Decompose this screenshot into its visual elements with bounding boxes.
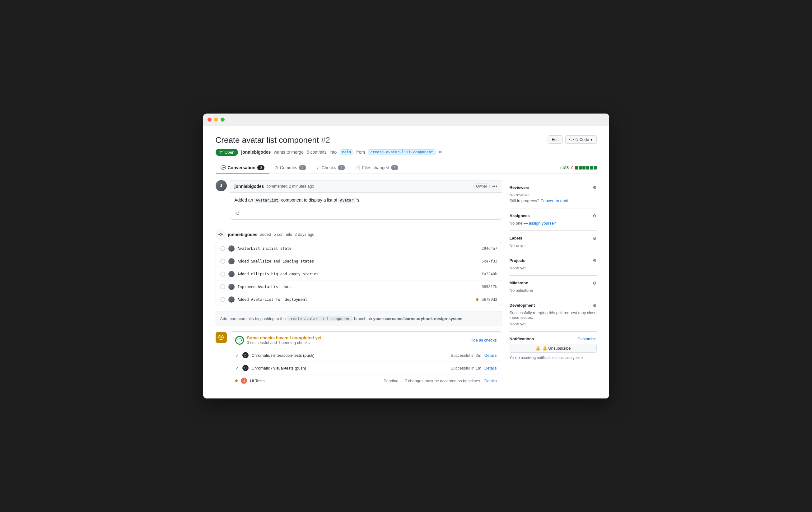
head-branch[interactable]: create-avatar-list-component xyxy=(368,149,435,155)
bell-icon: 🔔 xyxy=(535,346,541,351)
checks-count: 2 xyxy=(338,165,345,170)
commit-message: Added ellipsis big and empty stories xyxy=(238,272,478,276)
commit-item: AvatarList initial state 294d4a7 xyxy=(216,242,502,255)
commit-dot xyxy=(220,246,225,251)
checks-header-bar: Some checks haven't completed yet 3 succ… xyxy=(230,332,502,349)
tab-files-changed[interactable]: 📄 Files changed 4 xyxy=(350,162,403,174)
commit-hash[interactable]: 5c47f33 xyxy=(482,259,497,264)
checks-title: Some checks haven't completed yet xyxy=(247,335,322,340)
commit-avatar xyxy=(228,271,235,277)
minimize-button[interactable] xyxy=(214,118,218,122)
diff-bar-1 xyxy=(575,166,578,170)
svg-point-0 xyxy=(237,338,241,342)
commit-message: Improved AvatarList docs xyxy=(238,284,478,289)
page-title: Create avatar list component #2 xyxy=(215,135,330,145)
comment-header-left: jonniebigodes commented 2 minutes ago xyxy=(235,184,314,189)
hide-checks-button[interactable]: Hide all checks xyxy=(469,338,496,342)
assignees-header: Assignees ⚙ xyxy=(510,213,597,218)
labels-gear-icon[interactable]: ⚙ xyxy=(593,236,597,241)
check-name-2: Chromatic / visual-tests (push) xyxy=(252,366,448,370)
notifications-title: Notifications xyxy=(510,337,534,341)
diff-bar-6 xyxy=(593,166,597,170)
check-row-3: U UI Tests Pending — 7 changes must be a… xyxy=(230,374,502,387)
commit-hash[interactable]: a6780d2 xyxy=(482,297,497,302)
check-status-3: Pending — 7 changes must be accepted as … xyxy=(384,379,481,383)
meta-into: into xyxy=(330,150,337,155)
commit-dot xyxy=(220,259,225,264)
still-in-progress-text: Still in progress? xyxy=(510,199,540,203)
assignees-gear-icon[interactable]: ⚙ xyxy=(593,213,597,218)
checks-icon xyxy=(215,332,227,343)
chevron-down-icon: ▾ xyxy=(590,137,593,142)
commit-list: AvatarList initial state 294d4a7 Added S… xyxy=(215,242,502,306)
comment-header: jonniebigodes commented 2 minutes ago Ow… xyxy=(230,180,502,192)
tab-commits[interactable]: ⊙ Commits 5 xyxy=(269,162,311,174)
emoji-button[interactable]: ☺ xyxy=(235,210,240,216)
labels-title: Labels xyxy=(510,236,522,240)
development-value: None yet xyxy=(510,322,597,326)
diff-bar-3 xyxy=(582,166,585,170)
convert-to-draft-link[interactable]: Convert to draft xyxy=(541,199,569,203)
push-branch: create-avatar-list-component xyxy=(287,317,353,321)
projects-gear-icon[interactable]: ⚙ xyxy=(593,258,597,263)
base-branch[interactable]: main xyxy=(340,149,353,155)
commit-item: Added Smallsize and Loading states 5c47f… xyxy=(216,255,502,268)
customize-link[interactable]: Customize xyxy=(577,337,597,341)
unsubscribe-button[interactable]: 🔔 🔔 Unsubscribe xyxy=(510,344,597,353)
chromatic-icon-2: ⬡ xyxy=(242,365,249,371)
author-name: jonniebigodes xyxy=(241,150,271,155)
notifications-header: Notifications Customize xyxy=(510,337,597,341)
pr-header: Create avatar list component #2 Edit <> … xyxy=(215,135,597,145)
reviewers-value: No reviews xyxy=(510,192,597,197)
close-button[interactable] xyxy=(207,118,211,122)
development-gear-icon[interactable]: ⚙ xyxy=(593,303,597,308)
comment-block: jonniebigodes commented 2 minutes ago Ow… xyxy=(230,180,502,220)
meta-from: from xyxy=(356,150,365,155)
commit-hash[interactable]: 085817b xyxy=(482,284,497,289)
copy-icon[interactable]: ⧉ xyxy=(439,150,441,155)
diff-bars xyxy=(575,166,597,170)
edit-button[interactable]: Edit xyxy=(548,135,562,144)
check-details-3[interactable]: Details xyxy=(484,379,497,383)
commit-hash[interactable]: 294d4a7 xyxy=(482,246,497,251)
tabs-list: 💬 Conversation 0 ⊙ Commits 5 ✓ Checks 2 … xyxy=(215,162,403,174)
commit-item: Improved AvatarList docs 085817b xyxy=(216,280,502,293)
page-content: Create avatar list component #2 Edit <> … xyxy=(203,126,609,399)
projects-title: Projects xyxy=(510,258,525,263)
sidebar-labels: Labels ⚙ None yet xyxy=(510,231,597,253)
check-details-2[interactable]: Details xyxy=(484,366,497,370)
commits-header: jonniebigodes added 5 commits 2 days ago xyxy=(215,230,502,240)
conversation-tab-icon: 💬 xyxy=(221,165,226,170)
commits-count: 5 commits xyxy=(307,150,327,155)
sidebar-development: Development ⚙ Successfully merging this … xyxy=(510,298,597,332)
check-status-2: Successful in 1m xyxy=(451,366,481,370)
comment-menu[interactable]: ••• xyxy=(492,183,497,189)
reviewers-gear-icon[interactable]: ⚙ xyxy=(593,185,597,190)
commits-count-badge: 5 xyxy=(299,165,306,170)
browser-window: Create avatar list component #2 Edit <> … xyxy=(203,114,609,399)
development-header: Development ⚙ xyxy=(510,303,597,308)
notification-note: You're receiving notifications because y… xyxy=(510,355,597,361)
labels-header: Labels ⚙ xyxy=(510,236,597,241)
checks-subtitle: 3 successful and 1 pending checks xyxy=(247,340,322,345)
reviewers-header: Reviewers ⚙ xyxy=(510,185,597,190)
commits-section-icon xyxy=(215,230,226,240)
main-content: J jonniebigodes commented 2 minutes ago … xyxy=(215,180,502,393)
commit-dot xyxy=(220,272,225,276)
milestone-gear-icon[interactable]: ⚙ xyxy=(593,280,597,285)
tab-checks[interactable]: ✓ Checks 2 xyxy=(311,162,350,174)
comment-body: Added an AvatarList component to display… xyxy=(230,192,502,208)
maximize-button[interactable] xyxy=(221,118,225,122)
commit-dot xyxy=(220,297,225,302)
assign-yourself-link[interactable]: assign yourself xyxy=(529,221,556,225)
commit-hash[interactable]: fa2240b xyxy=(482,272,497,276)
tab-conversation[interactable]: 💬 Conversation 0 xyxy=(215,162,269,174)
chromatic-icon-1: ⬡ xyxy=(242,352,249,358)
check-details-1[interactable]: Details xyxy=(484,353,497,358)
check-success-icon: ✓ xyxy=(235,353,239,358)
commit-dot xyxy=(220,284,225,289)
titlebar xyxy=(203,114,609,126)
code-button[interactable]: <> ◇ Code ▾ xyxy=(565,135,597,144)
check-status-1: Successful in 2m xyxy=(451,353,481,358)
diff-bar-5 xyxy=(590,166,593,170)
